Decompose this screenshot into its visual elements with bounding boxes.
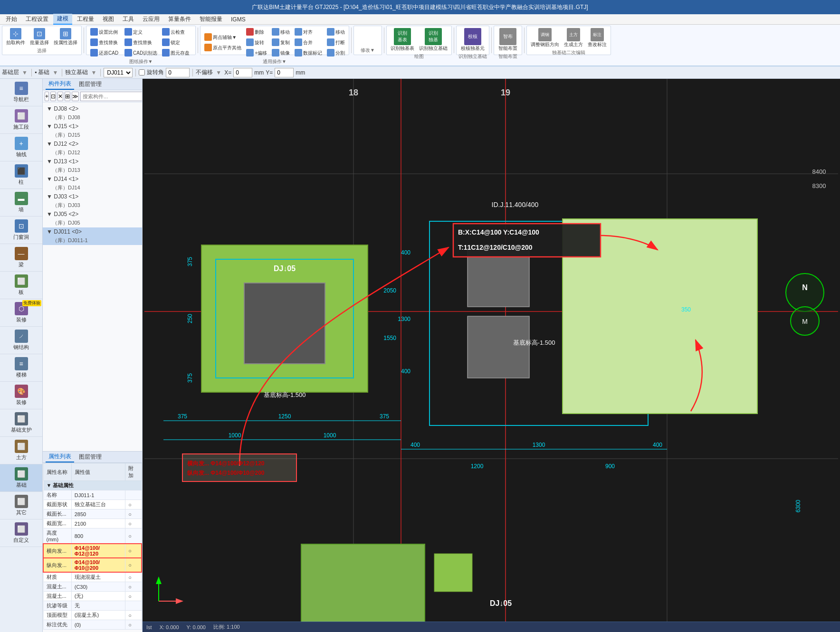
nav-foundation-support[interactable]: ⬜ 基础支护	[0, 409, 42, 437]
tree-dj011-1[interactable]: （库）DJ011-1	[43, 236, 142, 245]
panel-copy-button[interactable]: ⊡	[50, 92, 56, 101]
nav-foundation[interactable]: ⬜ 基础	[0, 464, 42, 492]
tree-dj15-lib[interactable]: （库）DJ15	[43, 131, 142, 140]
rotate-input[interactable]	[166, 68, 190, 77]
attr-select-button[interactable]: ⊞ 按属性选择	[52, 27, 79, 47]
prop-concrete-type-value[interactable]: (无)	[71, 592, 125, 601]
panel-tab-layers[interactable]: 图层管理	[76, 79, 105, 89]
tree-dj05-lib[interactable]: （库）DJ05	[43, 218, 142, 227]
panel-tab-components[interactable]: 构件列表	[46, 79, 74, 90]
prop-top-form-value[interactable]: (混凝土系)	[71, 611, 125, 620]
menu-project-settings[interactable]: 工程设置	[22, 14, 52, 24]
find-replace2-button[interactable]: 查找替换	[123, 38, 159, 47]
nav-steel[interactable]: ⟋ 钢结构	[0, 327, 42, 354]
tree-dj08-lib[interactable]: （库）DJ08	[43, 113, 142, 122]
origin-align-button[interactable]: 原点平齐其他	[202, 43, 243, 52]
menu-quantity[interactable]: 工程量	[73, 14, 98, 24]
dimension-mark-button[interactable]: 数据标记	[293, 48, 324, 57]
prop-section-shape-value[interactable]: 独立基础三台	[71, 500, 125, 509]
pick-element-button[interactable]: ⊹ 抬取构件	[4, 27, 27, 47]
save-element-button[interactable]: 图元存盘	[160, 48, 193, 57]
nav-other[interactable]: ⬜ 其它	[0, 492, 42, 519]
adjust-rebar-button[interactable]: 调钢 调整钢筋方向	[529, 27, 561, 48]
menu-cloud[interactable]: 云应用	[139, 14, 163, 24]
rotate-checkbox[interactable]	[139, 69, 145, 75]
menu-view[interactable]: 视图	[99, 14, 118, 24]
panel-tab-props[interactable]: 属性列表	[46, 452, 74, 462]
split-button[interactable]: 分割	[325, 48, 347, 57]
tree-dj12-lib[interactable]: （库）DJ12	[43, 148, 142, 157]
menu-calc-conditions[interactable]: 算量条件	[164, 14, 195, 24]
nav-stair[interactable]: ≡ 楼梯	[0, 354, 42, 382]
canvas[interactable]: 18 19 8400 8300 DJ↓05 基底标高-1.500 375 125…	[143, 79, 840, 632]
prop-concrete-grade-value[interactable]: (C30)	[71, 582, 125, 592]
generate-soil-button[interactable]: 土方 生成土方	[562, 27, 585, 48]
panel-import-button[interactable]: ⊞	[65, 92, 70, 101]
prop-length-value[interactable]: 2850	[71, 509, 125, 519]
smart-layout-button[interactable]: 智布 智能布置	[496, 27, 519, 52]
verify-base-button[interactable]: 校核 校核独基元	[459, 27, 487, 52]
tree-dj14-lib[interactable]: （库）DJ14	[43, 183, 142, 192]
nav-custom[interactable]: ⬜ 自定义	[0, 519, 42, 547]
prop-horiz-rebar-value[interactable]: Φ14@100/Φ12@120	[71, 544, 125, 558]
move-button[interactable]: 移动	[270, 27, 292, 37]
identify-foundation-button[interactable]: 识别独基 识别独立基础	[417, 27, 449, 52]
tree-dj14[interactable]: ▼ DJ14 <1>	[43, 175, 142, 183]
cad-identify-button[interactable]: CAD识别选	[123, 48, 159, 57]
element-select[interactable]: DJ011	[104, 68, 133, 77]
break-button[interactable]: 打断	[325, 38, 347, 47]
y-input[interactable]	[275, 68, 294, 77]
nav-beam[interactable]: — 梁	[0, 244, 42, 272]
nav-decoration[interactable]: ⬡ 装修 免费体验	[0, 299, 42, 327]
nav-column[interactable]: ⬛ 柱	[0, 161, 42, 189]
tree-dj03[interactable]: ▼ DJ03 <1>	[43, 192, 142, 201]
batch-select-button[interactable]: ⊡ 批量选择	[28, 27, 51, 47]
move2-button[interactable]: 移动	[325, 27, 347, 37]
tree-dj011[interactable]: ▼ DJ011 <0>	[43, 227, 142, 236]
define-button[interactable]: 定义	[123, 27, 159, 37]
menu-tools[interactable]: 工具	[119, 14, 138, 24]
nav-guide[interactable]: ≡ 导航栏	[0, 79, 42, 106]
align-button[interactable]: 对齐	[293, 27, 324, 37]
set-scale-button[interactable]: 设置比例	[88, 27, 122, 37]
prop-name-value[interactable]: DJ011-1	[71, 491, 125, 500]
find-replace-button[interactable]: 查找替换	[88, 38, 122, 47]
panel-tab-layers2[interactable]: 图层管理	[76, 452, 105, 462]
menu-start[interactable]: 开始	[2, 14, 21, 24]
tree-dj12[interactable]: ▼ DJ12 <2>	[43, 140, 142, 148]
tree-dj08[interactable]: ▼ DJ08 <2>	[43, 104, 142, 113]
nav-decoration2[interactable]: 🎨 装修	[0, 382, 42, 409]
nav-construction[interactable]: ⬜ 施工段	[0, 106, 42, 134]
nav-earthwork[interactable]: ⬜ 土方	[0, 437, 42, 464]
prop-vert-rebar-value[interactable]: Φ14@100/Φ10@200	[71, 558, 125, 572]
mirror-button[interactable]: 镜像	[270, 48, 292, 57]
tree-dj13[interactable]: ▼ DJ13 <1>	[43, 157, 142, 166]
restore-cad-button[interactable]: 还原CAD	[88, 48, 122, 57]
delete-button[interactable]: 删除	[244, 27, 269, 37]
tree-dj03-lib[interactable]: （库）DJ03	[43, 201, 142, 210]
copy-button[interactable]: 复制	[270, 38, 292, 47]
tree-dj15[interactable]: ▼ DJ15 <1>	[43, 122, 142, 131]
query-mark-button[interactable]: 标注 查改标注	[586, 27, 609, 48]
prop-permeability-value[interactable]: 无	[71, 601, 125, 611]
menu-modeling[interactable]: 建模	[53, 14, 72, 25]
nav-door-window[interactable]: ⊡ 门窗洞	[0, 217, 42, 244]
x-input[interactable]	[233, 68, 252, 77]
menu-igms[interactable]: IGMS	[227, 15, 249, 24]
panel-expand-button[interactable]: ≫	[72, 92, 79, 101]
component-search[interactable]	[80, 92, 142, 101]
nav-wall[interactable]: ▬ 墙	[0, 189, 42, 217]
lock-button[interactable]: 锁定	[160, 38, 193, 47]
rotate-button[interactable]: 旋转	[244, 38, 269, 47]
panel-new-button[interactable]: +	[45, 92, 49, 101]
tree-dj05[interactable]: ▼ DJ05 <2>	[43, 210, 142, 218]
prop-priority-value[interactable]: (0)	[71, 620, 125, 630]
prop-material-value[interactable]: 现浇混凝土	[71, 572, 125, 582]
nav-axis[interactable]: + 轴线	[0, 134, 42, 161]
nav-slab[interactable]: ⬜ 板	[0, 272, 42, 299]
menu-smart-report[interactable]: 智能报量	[196, 14, 226, 24]
merge-button[interactable]: 合并	[293, 38, 324, 47]
identify-base-table-button[interactable]: 识别基表 识别独基表	[389, 27, 416, 52]
cloud-check-button[interactable]: 云检查	[160, 27, 193, 37]
tree-dj13-lib[interactable]: （库）DJ13	[43, 166, 142, 175]
